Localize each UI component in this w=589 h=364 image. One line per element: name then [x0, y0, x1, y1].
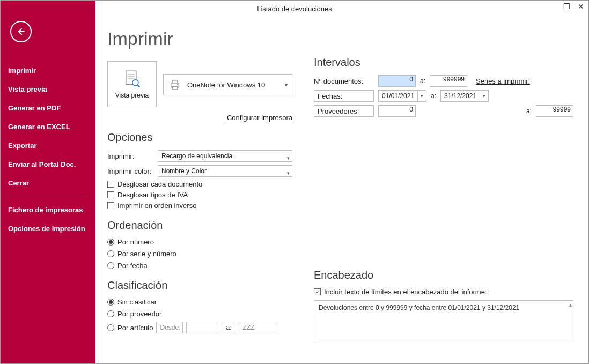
ndoc-to-input[interactable]: 999999 [430, 75, 467, 87]
sidebar-item-portal[interactable]: Enviar al Portal Doc. [1, 155, 95, 174]
prov-label-button[interactable]: Proveedores: [314, 105, 374, 117]
imprimir-select-value: Recargo de equivalencia [161, 152, 232, 160]
radio-por-proveedor-label: Por proveedor [117, 310, 161, 318]
preview-button[interactable]: Vista previa [107, 61, 157, 107]
window-maximise-icon[interactable]: ❐ [563, 3, 570, 10]
opciones-heading: Opciones [107, 131, 292, 144]
radio-por-articulo-label: Por artículo [117, 324, 153, 332]
ordenacion-heading: Ordenación [107, 219, 292, 232]
prov-a-label: a: [526, 107, 532, 115]
encabezado-heading: Encabezado [314, 269, 573, 281]
sidebar-item-vista-previa[interactable]: Vista previa [1, 80, 95, 99]
preview-button-label: Vista previa [115, 92, 149, 99]
fechas-from-value: 01/01/2021 [379, 92, 417, 100]
fechas-a-label: a: [431, 92, 436, 100]
svg-rect-7 [172, 80, 178, 83]
radio-por-fecha-label: Por fecha [117, 262, 148, 270]
radio-por-proveedor[interactable] [107, 310, 114, 317]
prov-from-input[interactable]: 0 [378, 105, 416, 117]
chevron-down-icon: ▾ [287, 168, 290, 179]
imprimir-color-select[interactable]: Nombre y Color ▾ [158, 165, 292, 177]
chevron-down-icon: ▾ [287, 153, 290, 164]
clasif-desde-value[interactable] [186, 322, 218, 333]
radio-por-numero[interactable] [107, 239, 114, 246]
clasif-a-label: a: [222, 322, 235, 333]
svg-rect-8 [172, 86, 178, 90]
ndoc-a-label: a: [420, 77, 425, 85]
chevron-down-icon: ▾ [285, 82, 288, 88]
sidebar-item-excel[interactable]: Generar en EXCEL [1, 117, 95, 136]
radio-por-fecha[interactable] [107, 262, 114, 269]
window-close-icon[interactable]: ✕ [578, 3, 584, 10]
intervalos-heading: Intervalos [314, 56, 573, 69]
imprimir-label: Imprimir: [107, 152, 154, 160]
chk-incluir-texto[interactable] [314, 288, 321, 295]
window-title: Listado de devoluciones [257, 5, 332, 13]
back-button[interactable] [10, 21, 32, 42]
chk-orden-inverso[interactable] [107, 202, 114, 209]
printer-name: OneNote for Windows 10 [187, 81, 265, 89]
sidebar-item-opciones-impresion[interactable]: Opciones de impresión [1, 219, 95, 238]
ndoc-from-input[interactable]: 0 [378, 75, 416, 87]
clasif-desde-input[interactable]: Desde: [156, 322, 183, 333]
arrow-left-icon [16, 26, 26, 37]
clasif-hasta-input[interactable]: ZZZ [239, 322, 276, 333]
radio-sin-clasificar[interactable] [107, 299, 114, 306]
chk-incluir-texto-label: Incluir texto de límites en el encabezad… [324, 288, 487, 296]
printer-icon [168, 78, 182, 92]
imprimir-color-label: Imprimir color: [107, 167, 154, 175]
chevron-down-icon[interactable]: ▾ [480, 91, 488, 101]
configure-printer-link[interactable]: Configurar impresora [107, 114, 292, 122]
printer-selector[interactable]: OneNote for Windows 10 ▾ [163, 74, 292, 95]
sidebar-item-exportar[interactable]: Exportar [1, 136, 95, 155]
sidebar-item-pdf[interactable]: Generar en PDF [1, 99, 95, 117]
chk-orden-inverso-label: Imprimir en orden inverso [117, 202, 196, 210]
sidebar-separator [7, 197, 89, 197]
chevron-down-icon[interactable]: ▾ [417, 91, 426, 101]
chk-desglosar-doc-label: Desglosar cada documento [117, 180, 202, 188]
prov-to-input[interactable]: 99999 [536, 105, 573, 117]
encabezado-textarea[interactable]: Devoluciones entre 0 y 999999 y fecha en… [314, 300, 573, 343]
imprimir-select[interactable]: Recargo de equivalencia ▾ [158, 150, 292, 162]
radio-por-serie-numero[interactable] [107, 250, 114, 257]
series-link[interactable]: Series a imprimir: [476, 77, 530, 85]
radio-por-articulo[interactable] [107, 324, 114, 331]
ndoc-label: Nº documentos: [314, 77, 374, 85]
page-title: Imprimir [107, 28, 292, 49]
chk-desglosar-doc[interactable] [107, 181, 114, 188]
chk-desglosar-iva[interactable] [107, 191, 114, 198]
fechas-to-input[interactable]: 31/12/2021 ▾ [440, 90, 489, 102]
encabezado-text-value: Devoluciones entre 0 y 999999 y fecha en… [319, 304, 519, 311]
radio-por-serie-numero-label: Por serie y número [117, 250, 176, 258]
imprimir-color-select-value: Nombre y Color [161, 167, 207, 175]
radio-por-numero-label: Por número [117, 238, 154, 246]
sidebar-item-imprimir[interactable]: Imprimir [1, 61, 95, 80]
svg-point-9 [177, 84, 178, 85]
chk-desglosar-iva-label: Desglosar tipos de IVA [117, 191, 188, 199]
sidebar-item-cerrar[interactable]: Cerrar [1, 174, 95, 192]
radio-sin-clasificar-label: Sin clasificar [117, 298, 157, 306]
scroll-up-icon[interactable]: ▴ [569, 302, 572, 308]
fechas-label-button[interactable]: Fechas: [314, 90, 374, 102]
document-preview-icon [122, 69, 142, 90]
clasificacion-heading: Clasificación [107, 279, 292, 292]
sidebar-item-fichero-impresoras[interactable]: Fichero de impresoras [1, 200, 95, 219]
sidebar: Imprimir Vista previa Generar en PDF Gen… [1, 1, 95, 364]
fechas-from-input[interactable]: 01/01/2021 ▾ [378, 90, 426, 102]
svg-line-5 [137, 85, 139, 87]
svg-point-4 [132, 80, 138, 86]
fechas-to-value: 31/12/2021 [441, 92, 480, 100]
